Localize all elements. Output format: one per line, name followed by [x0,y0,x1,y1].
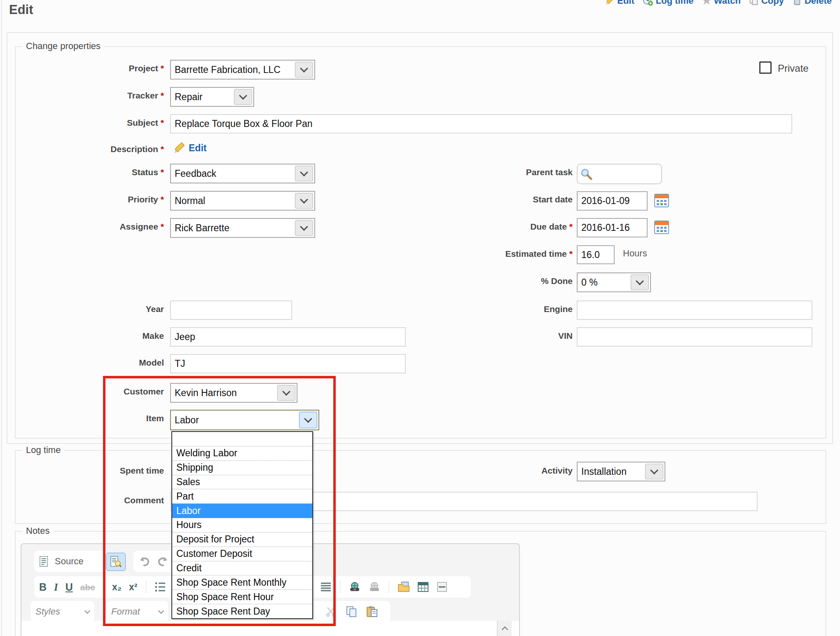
vin-input[interactable] [577,327,812,347]
underline-button[interactable]: U [66,582,73,592]
notes-legend: Notes [22,526,53,536]
redo-icon[interactable] [157,556,169,567]
italic-button[interactable]: I [54,582,58,592]
activity-select[interactable]: Installation [577,462,665,481]
dropdown-option[interactable] [172,432,312,446]
change-properties-legend: Change properties [22,41,104,52]
pencil-icon [173,142,185,154]
justify-icon[interactable] [320,582,332,592]
status-select-arrow[interactable] [295,166,313,181]
cut-icon[interactable] [325,606,337,617]
done-ratio-select[interactable]: 0 % [577,272,651,292]
editor-scrollbar[interactable] [497,621,512,636]
chevron-down-icon [300,195,308,204]
priority-select[interactable]: Normal [170,191,315,211]
year-input[interactable] [170,300,292,320]
context-link-edit[interactable]: Edit [605,0,634,6]
horizontal-rule-icon[interactable] [436,582,448,592]
description-label: Description* [12,144,164,154]
dropdown-option[interactable]: Part [172,489,312,504]
subject-input[interactable] [170,114,792,134]
copy-icon[interactable] [346,606,357,617]
scroll-up-icon [501,627,508,633]
calendar-icon[interactable] [654,220,669,235]
page-left-border [1,0,2,636]
image-icon[interactable] [398,582,410,592]
model-label: Model [12,358,164,368]
item-select[interactable]: Labor [170,410,319,430]
format-dropdown-label: Format [111,606,140,617]
editor-content-area[interactable] [21,621,519,636]
dropdown-option[interactable]: Shop Space Rent Day [172,604,312,618]
chevron-down-icon [84,608,90,614]
assignee-select-arrow[interactable] [295,220,313,236]
engine-label: Engine [371,304,573,314]
dropdown-option[interactable]: Welding Labor [172,446,312,461]
source-button[interactable]: Source [55,556,84,567]
context-link-copy[interactable]: Copy [749,0,784,6]
dropdown-option[interactable]: Credit [172,561,312,576]
subject-label: Subject* [12,118,164,128]
assignee-select[interactable]: Rick Barrette [170,218,315,238]
activity-label: Activity [371,466,573,476]
project-select-value: Barrette Fabrication, LLC [171,64,294,75]
chevron-down-icon [300,223,308,231]
format-dropdown[interactable]: Format [106,601,168,622]
due-date-input[interactable] [577,218,648,237]
engine-input[interactable] [577,300,812,320]
styles-dropdown-label: Styles [35,606,60,617]
private-checkbox[interactable] [759,61,772,74]
numbered-list-icon[interactable] [154,582,166,592]
undo-icon[interactable] [138,556,151,567]
strikethrough-button[interactable]: abc [80,583,95,591]
context-toolbar: Edit Log time ★ Watch Copy Delete [605,0,832,7]
superscript-button[interactable]: x² [129,582,137,592]
start-date-input[interactable] [577,191,648,211]
link-icon[interactable] [349,582,361,592]
customer-select[interactable]: Kevin Harrison [170,383,297,403]
context-link-watch[interactable]: ★ Watch [702,0,741,7]
chevron-down-icon [304,415,312,423]
estimated-time-input[interactable] [577,245,615,264]
tracker-select[interactable]: Repair [170,87,254,107]
unlink-icon[interactable] [368,582,381,592]
calendar-icon[interactable] [654,193,669,208]
priority-select-arrow[interactable] [295,193,313,209]
dropdown-option[interactable]: Shop Space Rent Hour [172,590,312,604]
project-select[interactable]: Barrette Fabrication, LLC [170,60,315,80]
subscript-button[interactable]: x₂ [112,582,122,592]
dropdown-option[interactable]: Hours [172,518,312,533]
styles-dropdown[interactable]: Styles [30,601,94,622]
dropdown-option[interactable]: Deposit for Project [172,533,312,547]
customer-select-arrow[interactable] [277,385,295,401]
dropdown-option[interactable]: Sales [172,475,312,490]
chevron-down-icon [300,168,308,176]
context-link-label: Copy [761,0,784,6]
make-label: Make [12,331,164,341]
assignee-label: Assignee* [12,222,164,232]
project-select-arrow[interactable] [295,62,313,77]
done-ratio-select-arrow[interactable] [631,275,649,290]
paste-icon[interactable] [366,606,378,617]
tracker-select-arrow[interactable] [234,89,252,105]
vin-label: VIN [371,331,573,341]
status-select[interactable]: Feedback [170,164,315,183]
activity-select-arrow[interactable] [645,464,663,479]
dropdown-option[interactable]: Shop Space Rent Monthly [172,575,312,590]
description-edit-link[interactable]: Edit [189,143,206,154]
preview-button[interactable] [106,553,126,571]
preview-icon [110,556,122,568]
bold-button[interactable]: B [39,582,47,592]
context-link-log-time[interactable]: Log time [643,0,694,6]
table-icon[interactable] [417,582,429,592]
context-link-delete[interactable]: Delete [792,0,832,6]
dropdown-option[interactable]: Customer Deposit [172,547,312,561]
toolbar-group-source: Source [34,551,107,572]
model-input[interactable] [170,354,406,373]
item-select-arrow[interactable] [299,412,317,428]
chevron-down-icon [158,608,164,614]
item-dropdown-list[interactable]: Welding LaborShippingSalesPartLaborHours… [171,431,313,619]
priority-select-value: Normal [171,195,294,207]
dropdown-option[interactable]: Labor [172,504,312,518]
dropdown-option[interactable]: Shipping [172,461,312,475]
